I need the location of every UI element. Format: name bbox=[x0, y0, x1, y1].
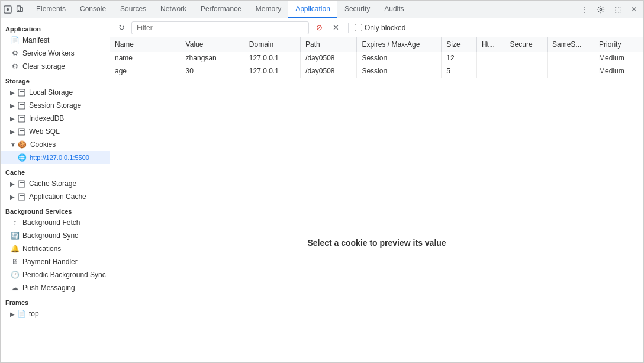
sidebar-item-web-sql[interactable]: ▶ Web SQL bbox=[1, 125, 110, 138]
bg-section-title: Background Services bbox=[1, 203, 110, 216]
svg-rect-14 bbox=[18, 181, 25, 187]
svg-rect-17 bbox=[20, 195, 24, 196]
cookies-data-table: Name Value Domain Path Expires / Max-Age… bbox=[110, 37, 643, 78]
sidebar-item-session-storage[interactable]: ▶ Session Storage bbox=[1, 99, 110, 112]
col-name[interactable]: Name bbox=[110, 37, 181, 52]
tab-elements[interactable]: Elements bbox=[29, 1, 73, 18]
sidebar-item-top[interactable]: ▶ 📄 top bbox=[1, 307, 110, 320]
bg-sync-icon: 🔄 bbox=[10, 231, 20, 240]
cookies-icon: 🍪 bbox=[18, 140, 27, 149]
sidebar-item-clear-storage[interactable]: ⚙ Clear storage bbox=[1, 60, 110, 73]
app-cache-icon bbox=[17, 192, 26, 201]
expand-arrow-top: ▶ bbox=[10, 311, 15, 317]
frames-section-title: Frames bbox=[1, 294, 110, 307]
cookie-table: Name Value Domain Path Expires / Max-Age… bbox=[110, 37, 643, 123]
tab-security[interactable]: Security bbox=[337, 1, 377, 18]
device-icon[interactable] bbox=[15, 5, 24, 14]
tab-bar-right: ⋮ ⬚ ✕ bbox=[577, 2, 641, 17]
sidebar-item-manifest[interactable]: 📄 Manifest bbox=[1, 34, 110, 47]
main-area: Application 📄 Manifest ⚙ Service Workers… bbox=[1, 18, 643, 362]
col-expires[interactable]: Expires / Max-Age bbox=[357, 37, 442, 52]
refresh-button[interactable]: ↻ bbox=[115, 21, 128, 34]
inspect-icon[interactable] bbox=[3, 5, 12, 14]
periodic-bg-icon: 🕐 bbox=[10, 270, 20, 280]
sidebar-item-cookies-url[interactable]: 🌐 http://127.0.0.1:5500 bbox=[1, 151, 110, 164]
content-toolbar: ↻ ⊘ ✕ Only blocked bbox=[110, 18, 643, 37]
sidebar-item-indexeddb[interactable]: ▶ IndexedDB bbox=[1, 112, 110, 125]
col-path[interactable]: Path bbox=[301, 37, 357, 52]
manifest-icon: 📄 bbox=[10, 36, 20, 45]
col-value[interactable]: Value bbox=[181, 37, 244, 52]
application-section-title: Application bbox=[1, 21, 110, 34]
col-sames[interactable]: SameS... bbox=[548, 37, 594, 52]
tab-network[interactable]: Network bbox=[153, 1, 194, 18]
clear-button[interactable]: ✕ bbox=[329, 21, 342, 34]
more-options-icon[interactable]: ⋮ bbox=[577, 2, 591, 17]
notifications-icon: 🔔 bbox=[10, 244, 20, 253]
sidebar-item-service-workers[interactable]: ⚙ Service Workers bbox=[1, 47, 110, 60]
svg-rect-10 bbox=[18, 115, 25, 122]
sidebar-item-bg-sync[interactable]: 🔄 Background Sync bbox=[1, 229, 110, 242]
split-view: Name Value Domain Path Expires / Max-Age… bbox=[110, 37, 643, 362]
settings-icon[interactable] bbox=[594, 2, 608, 17]
storage-section-title: Storage bbox=[1, 73, 110, 86]
sidebar-item-payment[interactable]: 🖥 Payment Handler bbox=[1, 255, 110, 268]
tab-sources[interactable]: Sources bbox=[113, 1, 153, 18]
svg-rect-3 bbox=[21, 7, 23, 11]
payment-icon: 🖥 bbox=[10, 257, 20, 266]
svg-point-1 bbox=[7, 8, 9, 10]
sidebar: Application 📄 Manifest ⚙ Service Workers… bbox=[1, 18, 110, 362]
svg-rect-16 bbox=[18, 194, 25, 200]
tab-bar-icons bbox=[3, 5, 24, 14]
push-msg-icon: ☁ bbox=[10, 283, 20, 293]
cookie-preview-panel: Select a cookie to preview its value bbox=[110, 123, 643, 362]
only-blocked-checkbox[interactable] bbox=[355, 24, 362, 31]
expand-arrow-session: ▶ bbox=[10, 102, 15, 109]
col-priority[interactable]: Priority bbox=[594, 37, 643, 52]
col-secure[interactable]: Secure bbox=[505, 37, 547, 52]
indexeddb-icon bbox=[17, 114, 26, 123]
svg-rect-7 bbox=[20, 91, 24, 92]
undock-icon[interactable]: ⬚ bbox=[610, 2, 624, 17]
tab-console[interactable]: Console bbox=[73, 1, 113, 18]
sidebar-item-cache-storage[interactable]: ▶ Cache Storage bbox=[1, 177, 110, 190]
tab-performance[interactable]: Performance bbox=[194, 1, 249, 18]
tab-audits[interactable]: Audits bbox=[377, 1, 411, 18]
local-storage-icon bbox=[17, 88, 26, 97]
svg-rect-9 bbox=[20, 104, 24, 105]
sidebar-item-app-cache[interactable]: ▶ Application Cache bbox=[1, 190, 110, 203]
session-storage-icon bbox=[17, 101, 26, 110]
sidebar-item-push-msg[interactable]: ☁ Push Messaging bbox=[1, 281, 110, 294]
svg-rect-15 bbox=[20, 182, 24, 183]
toolbar-divider bbox=[348, 23, 349, 33]
table-row[interactable]: namezhangsan127.0.0.1/day0508Session12Me… bbox=[110, 52, 643, 65]
expand-arrow-cache: ▶ bbox=[10, 181, 15, 187]
sidebar-item-local-storage[interactable]: ▶ Local Storage bbox=[1, 86, 110, 99]
col-ht[interactable]: Ht... bbox=[476, 37, 505, 52]
block-icon[interactable]: ⊘ bbox=[313, 21, 326, 34]
close-devtools-icon[interactable]: ✕ bbox=[627, 2, 641, 17]
svg-rect-8 bbox=[18, 102, 25, 109]
svg-point-4 bbox=[18, 10, 19, 11]
table-row[interactable]: age30127.0.0.1/day0508Session5Medium bbox=[110, 65, 643, 78]
only-blocked-label[interactable]: Only blocked bbox=[355, 24, 405, 32]
tab-memory[interactable]: Memory bbox=[249, 1, 288, 18]
bg-fetch-icon: ↕ bbox=[10, 218, 20, 227]
tab-bar: Elements Console Sources Network Perform… bbox=[1, 1, 643, 18]
tab-application[interactable]: Application bbox=[288, 1, 337, 18]
col-size[interactable]: Size bbox=[442, 37, 477, 52]
cache-section-title: Cache bbox=[1, 164, 110, 177]
expand-arrow: ▶ bbox=[10, 89, 15, 96]
col-domain[interactable]: Domain bbox=[244, 37, 300, 52]
filter-input[interactable] bbox=[131, 21, 309, 34]
expand-arrow-sql: ▶ bbox=[10, 129, 15, 135]
table-header-row: Name Value Domain Path Expires / Max-Age… bbox=[110, 37, 643, 52]
expand-arrow-app-cache: ▶ bbox=[10, 194, 15, 200]
clear-storage-icon: ⚙ bbox=[10, 62, 20, 71]
cookies-url-icon: 🌐 bbox=[17, 153, 27, 162]
svg-rect-12 bbox=[18, 129, 25, 135]
sidebar-item-cookies[interactable]: ▼ 🍪 Cookies bbox=[1, 138, 110, 151]
sidebar-item-bg-fetch[interactable]: ↕ Background Fetch bbox=[1, 216, 110, 229]
sidebar-item-notifications[interactable]: 🔔 Notifications bbox=[1, 242, 110, 255]
sidebar-item-periodic-bg[interactable]: 🕐 Periodic Background Sync bbox=[1, 268, 110, 281]
